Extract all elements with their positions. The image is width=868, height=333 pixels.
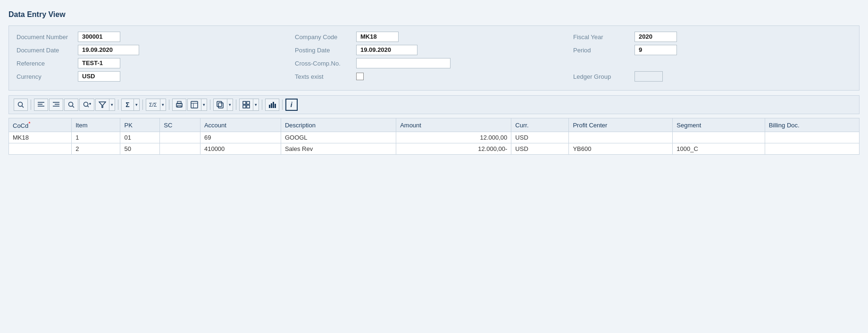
sigma-fraction-dropdown-arrow[interactable]: ▾ [160, 99, 166, 111]
separator-4 [169, 100, 169, 110]
align-left-button[interactable] [34, 99, 48, 111]
svg-rect-18 [191, 101, 198, 108]
col-header-segment: Segment [673, 118, 765, 132]
separator-2 [118, 100, 118, 110]
separator-3 [142, 100, 143, 110]
svg-rect-24 [247, 101, 250, 104]
align-right-button[interactable] [49, 99, 63, 111]
fiscal-year-label: Fiscal Year [573, 33, 634, 41]
currency-value: USD [78, 71, 120, 82]
col-header-amount: Amount [396, 118, 511, 132]
filter-dropdown-arrow[interactable]: ▾ [109, 99, 115, 111]
cell-pk-2: 50 [120, 143, 160, 155]
chart-button[interactable] [265, 99, 279, 111]
table-header-row: CoCd* Item PK SC Account Description Amo… [9, 118, 860, 132]
col-header-billing-doc: Billing Doc. [765, 118, 859, 132]
posting-date-label: Posting Date [295, 47, 356, 54]
sigma-button[interactable]: Σ [121, 99, 134, 111]
cell-description-1: GOOGL [281, 132, 396, 143]
doc-number-value: 300001 [78, 32, 120, 42]
search-button[interactable] [64, 99, 78, 111]
cell-curr-1: USD [511, 132, 569, 143]
separator-7 [262, 100, 262, 110]
zoom-button[interactable] [14, 99, 28, 111]
search-plus-icon [83, 101, 91, 108]
chart-icon [268, 101, 276, 108]
print-button[interactable] [172, 99, 186, 111]
svg-rect-17 [177, 106, 181, 107]
table-icon [191, 101, 198, 108]
texts-exist-label: Texts exist [295, 73, 356, 80]
col-header-account: Account [200, 118, 281, 132]
cell-profitcenter-2: YB600 [569, 143, 673, 155]
print-icon [175, 101, 183, 108]
cell-item-1: 1 [72, 132, 120, 143]
doc-number-label: Document Number [17, 33, 78, 41]
col-header-cocd: CoCd* [9, 118, 72, 132]
cell-account-2: 410000 [200, 143, 281, 155]
table-row: MK18 1 01 69 GOOGL 12.000,00 USD [9, 132, 860, 143]
cell-amount-2: 12.000,00- [396, 143, 511, 155]
period-label: Period [573, 47, 634, 54]
company-code-value: MK18 [356, 32, 399, 42]
svg-line-11 [88, 106, 89, 108]
cell-sc-2 [160, 143, 200, 155]
fiscal-year-value: 2020 [634, 32, 677, 42]
form-col-fiscal-year: Fiscal Year 2020 [573, 32, 851, 42]
form-col-posting-date: Posting Date 19.09.2020 [295, 45, 573, 55]
table-dropdown-arrow[interactable]: ▾ [201, 99, 207, 111]
form-col-reference: Reference TEST-1 [17, 58, 295, 68]
cell-cocd-1: MK18 [9, 132, 72, 143]
separator-6 [236, 100, 236, 110]
col-header-description: Description [281, 118, 396, 132]
cell-item-2: 2 [72, 143, 120, 155]
copy-button[interactable] [213, 99, 227, 111]
company-code-label: Company Code [295, 33, 356, 41]
cross-comp-value [356, 58, 451, 68]
align-left-icon [37, 101, 45, 108]
sigma-dropdown-arrow[interactable]: ▾ [134, 99, 140, 111]
reference-label: Reference [17, 60, 78, 67]
cell-amount-1: 12.000,00 [396, 132, 511, 143]
form-col-company-code: Company Code MK18 [295, 32, 573, 42]
cell-billing-1 [765, 132, 859, 143]
copy-dropdown-arrow[interactable]: ▾ [227, 99, 233, 111]
filter-icon [99, 101, 106, 108]
svg-rect-28 [271, 103, 272, 108]
copy-dropdown: ▾ [213, 99, 233, 111]
toolbar: ▾ Σ ▾ Σ/Σ ▾ [8, 95, 860, 114]
sigma-fraction-button[interactable]: Σ/Σ [146, 99, 160, 111]
svg-point-0 [18, 102, 23, 107]
search-plus-button[interactable] [79, 99, 94, 111]
cell-cocd-2 [9, 143, 72, 155]
data-table: CoCd* Item PK SC Account Description Amo… [8, 118, 860, 155]
svg-line-9 [73, 106, 75, 108]
cell-profitcenter-1 [569, 132, 673, 143]
col-header-pk: PK [120, 118, 160, 132]
zoom-icon [17, 101, 25, 108]
grid-dropdown-arrow[interactable]: ▾ [253, 99, 259, 111]
grid-icon [242, 101, 250, 108]
filter-button[interactable] [95, 99, 109, 111]
table-row: 2 50 410000 Sales Rev 12.000,00- USD YB6… [9, 143, 860, 155]
posting-date-value: 19.09.2020 [356, 45, 417, 55]
table-button[interactable] [187, 99, 201, 111]
separator-8 [282, 100, 283, 110]
search-icon [67, 101, 75, 108]
copy-icon [217, 101, 224, 108]
info-button[interactable]: i [285, 99, 298, 111]
col-header-profit-center: Profit Center [569, 118, 673, 132]
svg-point-10 [84, 102, 88, 107]
texts-exist-checkbox[interactable] [356, 73, 364, 80]
form-row-3: Reference TEST-1 Cross-Comp.No. [17, 58, 851, 68]
sigma-dropdown: Σ ▾ [121, 99, 140, 111]
grid-button[interactable] [239, 99, 253, 111]
filter-dropdown: ▾ [95, 99, 115, 111]
svg-line-1 [22, 106, 24, 108]
svg-rect-26 [247, 105, 250, 108]
svg-rect-27 [269, 105, 270, 108]
cell-description-2: Sales Rev [281, 143, 396, 155]
col-header-curr: Curr. [511, 118, 569, 132]
form-col-currency: Currency USD [17, 71, 295, 82]
form-row-1: Document Number 300001 Company Code MK18… [17, 32, 851, 42]
